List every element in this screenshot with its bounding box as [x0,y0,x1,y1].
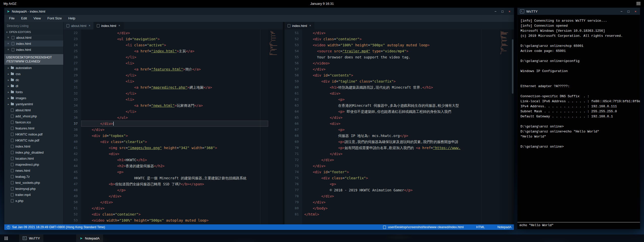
code-line[interactable]: </li> [81,109,268,115]
code-line[interactable]: <p> 即使你不是建築師,你也能透過紅石師或鐵路工程師的身份加入我們 [302,109,499,115]
code-line[interactable]: </div> [302,193,499,199]
taskbar-item-wstty[interactable]: >_ WsTTY [19,234,43,242]
tree-file[interactable]: mapredirect.php [4,161,63,167]
code-line[interactable]: <h2>香港的建築伺服器</h2> [81,163,268,169]
code-line[interactable]: </div> [302,66,499,72]
code-line[interactable]: </html> [302,211,499,217]
code-line[interactable]: <a href="index.html">主頁</a> [81,48,268,54]
code-line[interactable]: </div> [81,193,268,199]
editor-tab[interactable]: index.html× [94,22,124,29]
minimap-left[interactable] [268,29,283,224]
wstty-titlebar[interactable]: >_ WsTTY − □ × [517,8,640,15]
code-line[interactable]: <b>你知道我們全線伺服器已轉用 SSD 了嗎?</b></span> [81,181,268,187]
code-line[interactable]: <source src="trailer.mp4" type="video/mp… [302,48,499,54]
code-area-left[interactable]: </div> <ul id="navigation"> <li class="a… [81,30,268,223]
close-file-icon[interactable]: × [7,36,10,39]
menu-font-size[interactable]: Font Size [44,15,65,22]
code-line[interactable]: <p>如有問題或需要申請白名單,歡迎加入我們的 <a href="https:/… [302,145,499,151]
code-line[interactable]: 在香港的Minecraft 伺服器中,多為小遊戲和純生存的伺服器,較少擁有大型 [302,102,499,109]
code-line[interactable]: <p> [302,127,499,133]
code-line[interactable]: <div id="tagline" class="clearfix"> [302,78,499,84]
close-button[interactable]: × [508,10,510,13]
code-line[interactable]: <div class="clearfix"> [302,175,499,181]
code-line[interactable]: </div> [302,157,499,163]
code-line[interactable]: </div> [81,199,268,205]
code-line[interactable]: <div class="clearfix"> [81,139,268,145]
tree-file[interactable]: news.html [4,167,63,174]
tree-file[interactable]: add_vhost.php [4,113,63,119]
code-line[interactable]: </ul> [81,115,268,121]
code-line[interactable]: <div id="footer"> [302,169,499,175]
tree-file[interactable]: about.html [4,107,63,113]
code-line[interactable]: </li> [81,54,268,60]
tab-close-icon[interactable]: × [118,24,120,27]
code-line[interactable]: <div class="container"> [81,211,268,217]
close-file-icon[interactable]: × [7,48,10,51]
code-line[interactable]: Your browser does not support the video … [302,54,499,60]
scrollbar-thumb[interactable] [512,39,513,94]
terminal-input[interactable]: echo "Hello World" [517,222,640,229]
scrollbar[interactable] [511,29,514,224]
open-editors-header[interactable]: ▾ OPEN EDITORS [4,29,63,34]
code-line[interactable]: <div id="contents"> [302,72,499,78]
open-editor-item[interactable]: ×index.html [4,41,63,47]
statusbar-language-mode[interactable]: HTML [476,225,485,229]
tree-file[interactable]: HKWTC rule.pdf [4,137,63,143]
tree-file[interactable]: trailer.mp4 [4,192,63,198]
code-line[interactable]: <div> [302,121,499,127]
tree-file[interactable]: favicon.ico [4,119,63,125]
tree-file[interactable]: HKWTC notice.pdf [4,131,63,137]
tree-folder[interactable]: ▸yamlyamlml [4,101,63,107]
code-line[interactable]: <p>請注意,我們的伺服器為確保玩家及遊玩時的質素,我們對的服務開放申請 [302,139,499,145]
code-line[interactable]: <h1>HKWTC</h1> [81,157,268,163]
code-line[interactable]: <img src="images/box.png" height="342" w… [81,145,268,151]
code-line[interactable]: <a href="news.html">玩家傳送門</a> [81,102,268,109]
code-line[interactable]: <div id="topbox"> [81,133,268,139]
code-line[interactable]: <video width="100%" height="500px" autop… [81,217,268,223]
code-line[interactable]: </video> [302,60,499,66]
code-line[interactable]: HKWTC 是一個 Minecraft 的建築伺服器,主要建築計劃包括鐵路系統 [81,175,268,181]
app-grid-button[interactable] [2,234,11,242]
code-line[interactable]: <p> [302,96,499,102]
code-line[interactable]: </div> [81,30,268,36]
code-line[interactable]: </div> [302,115,499,121]
code-line[interactable]: <div> [302,90,499,96]
hamburger-menu-icon[interactable] [636,2,640,5]
code-line[interactable]: </div> [302,199,499,205]
system-menu-button[interactable]: My ArOZ [0,2,16,6]
tree-folder[interactable]: ▸dc [4,77,63,83]
tree-file[interactable]: x.php [4,198,63,204]
workspace-root[interactable]: USER/DESKTOP/SCREENSHOT /TEST/WWW CLEANE… [4,54,63,65]
tab-close-icon[interactable]: × [309,24,311,27]
code-line[interactable]: </div> [81,127,268,133]
maximize-button[interactable]: □ [502,10,504,13]
terminal-output[interactable]: [info] Conencting to arozos WsTTY servic… [517,15,640,222]
code-line[interactable]: </body> [302,205,499,211]
tree-file[interactable]: teabag.7z [4,174,63,180]
tree-folder[interactable]: ▸css [4,71,63,77]
open-editor-item[interactable]: ×index.html [4,47,63,53]
open-editor-item[interactable]: ×about.html [4,34,63,41]
tree-file[interactable]: location.html [4,155,63,161]
editor-tab[interactable]: about.html× [64,22,94,29]
menu-file[interactable]: File [6,15,18,22]
code-line[interactable]: </div> [302,163,499,169]
code-line[interactable]: <a href="mapredirect.php">網上地圖</a> [81,84,268,90]
code-line[interactable]: <a href="features.html">簡介</a> [81,66,268,72]
code-area-right[interactable]: </div> <div class="container"> <video wi… [302,30,499,217]
menu-edit[interactable]: Edit [18,15,30,22]
close-button[interactable]: × [634,10,636,13]
code-line[interactable]: <p> [81,169,268,175]
code-line[interactable]: 伺服器 IP 地址為: mcs.hkwtc.org</p> [302,133,499,139]
code-line[interactable]: <li> [81,96,268,102]
minimize-button[interactable]: − [621,10,623,13]
code-line[interactable]: <li class="active"> [81,42,268,48]
notepada-titlebar[interactable]: ➤ NotepadA - index.html − □ × [4,8,514,15]
statusbar-filepath[interactable]: user/Desktop/screenshot/test/www cleaned… [388,225,464,229]
code-line[interactable]: </li> [81,90,268,96]
tree-folder[interactable]: ▸images [4,95,63,101]
tree-file[interactable]: index.html [4,143,63,149]
code-line[interactable]: <ul id="navigation"> [81,36,268,42]
taskbar-item-notepada[interactable]: ➤ NotepadA [76,234,103,242]
tree-folder[interactable]: ▸dl [4,83,63,89]
